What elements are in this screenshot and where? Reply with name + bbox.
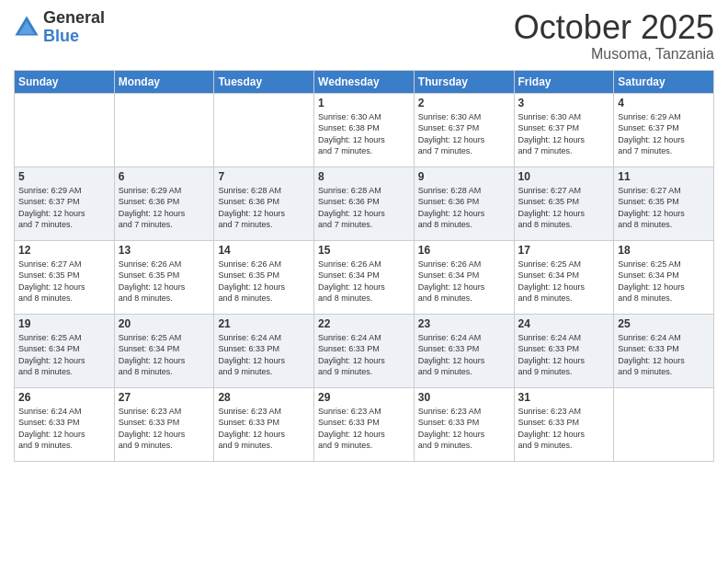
day-info: Sunrise: 6:26 AM Sunset: 6:34 PM Dayligh…	[318, 259, 410, 304]
calendar-cell: 24Sunrise: 6:24 AM Sunset: 6:33 PM Dayli…	[514, 314, 614, 387]
calendar-cell: 22Sunrise: 6:24 AM Sunset: 6:33 PM Dayli…	[314, 314, 415, 387]
calendar-cell: 15Sunrise: 6:26 AM Sunset: 6:34 PM Dayli…	[314, 240, 415, 314]
calendar-cell: 11Sunrise: 6:27 AM Sunset: 6:35 PM Dayli…	[614, 167, 714, 240]
col-friday: Friday	[514, 70, 614, 93]
day-number: 27	[119, 391, 210, 404]
day-number: 21	[218, 317, 310, 330]
calendar-cell: 1Sunrise: 6:30 AM Sunset: 6:38 PM Daylig…	[314, 93, 415, 167]
day-info: Sunrise: 6:25 AM Sunset: 6:34 PM Dayligh…	[18, 332, 110, 378]
calendar-cell: 8Sunrise: 6:28 AM Sunset: 6:36 PM Daylig…	[314, 167, 415, 240]
col-sunday: Sunday	[15, 70, 115, 93]
day-info: Sunrise: 6:24 AM Sunset: 6:33 PM Dayligh…	[618, 332, 710, 378]
day-number: 17	[518, 244, 610, 257]
calendar-cell: 29Sunrise: 6:23 AM Sunset: 6:33 PM Dayli…	[314, 387, 415, 461]
col-tuesday: Tuesday	[214, 70, 314, 93]
day-info: Sunrise: 6:28 AM Sunset: 6:36 PM Dayligh…	[318, 185, 410, 231]
day-number: 13	[119, 244, 210, 257]
day-number: 22	[318, 317, 410, 330]
day-info: Sunrise: 6:23 AM Sunset: 6:33 PM Dayligh…	[119, 406, 210, 452]
day-info: Sunrise: 6:30 AM Sunset: 6:38 PM Dayligh…	[318, 111, 410, 157]
day-info: Sunrise: 6:27 AM Sunset: 6:35 PM Dayligh…	[18, 259, 110, 304]
day-number: 1	[318, 97, 410, 109]
week-row-1: 1Sunrise: 6:30 AM Sunset: 6:38 PM Daylig…	[15, 93, 714, 167]
day-number: 19	[18, 317, 110, 330]
day-number: 23	[418, 317, 510, 330]
week-row-3: 12Sunrise: 6:27 AM Sunset: 6:35 PM Dayli…	[15, 240, 714, 314]
calendar-cell: 19Sunrise: 6:25 AM Sunset: 6:34 PM Dayli…	[15, 314, 115, 387]
logo-text: General Blue	[43, 9, 105, 46]
logo-general: General	[43, 9, 105, 28]
day-info: Sunrise: 6:29 AM Sunset: 6:36 PM Dayligh…	[119, 185, 210, 231]
calendar-cell: 21Sunrise: 6:24 AM Sunset: 6:33 PM Dayli…	[214, 314, 314, 387]
day-number: 9	[418, 170, 510, 183]
day-number: 14	[218, 244, 310, 257]
day-number: 7	[218, 170, 310, 183]
day-info: Sunrise: 6:26 AM Sunset: 6:35 PM Dayligh…	[218, 259, 310, 304]
calendar-cell: 27Sunrise: 6:23 AM Sunset: 6:33 PM Dayli…	[114, 387, 214, 461]
calendar-cell	[114, 93, 214, 167]
calendar-cell: 10Sunrise: 6:27 AM Sunset: 6:35 PM Dayli…	[514, 167, 614, 240]
day-info: Sunrise: 6:25 AM Sunset: 6:34 PM Dayligh…	[518, 259, 610, 304]
calendar-cell: 4Sunrise: 6:29 AM Sunset: 6:37 PM Daylig…	[614, 93, 714, 167]
day-number: 29	[318, 391, 410, 404]
day-info: Sunrise: 6:24 AM Sunset: 6:33 PM Dayligh…	[218, 332, 310, 378]
day-info: Sunrise: 6:24 AM Sunset: 6:33 PM Dayligh…	[418, 332, 510, 378]
col-wednesday: Wednesday	[314, 70, 415, 93]
day-number: 18	[618, 244, 710, 257]
calendar-table: Sunday Monday Tuesday Wednesday Thursday…	[14, 70, 714, 462]
location: Musoma, Tanzania	[514, 46, 714, 63]
day-info: Sunrise: 6:30 AM Sunset: 6:37 PM Dayligh…	[418, 111, 510, 157]
day-number: 11	[618, 170, 710, 183]
col-thursday: Thursday	[414, 70, 514, 93]
calendar-cell	[15, 93, 115, 167]
calendar-cell: 9Sunrise: 6:28 AM Sunset: 6:36 PM Daylig…	[414, 167, 514, 240]
week-row-2: 5Sunrise: 6:29 AM Sunset: 6:37 PM Daylig…	[15, 167, 714, 240]
day-info: Sunrise: 6:28 AM Sunset: 6:36 PM Dayligh…	[418, 185, 510, 231]
day-number: 25	[618, 317, 710, 330]
day-number: 15	[318, 244, 410, 257]
logo: General Blue	[14, 9, 105, 46]
day-info: Sunrise: 6:29 AM Sunset: 6:37 PM Dayligh…	[18, 185, 110, 231]
day-info: Sunrise: 6:23 AM Sunset: 6:33 PM Dayligh…	[218, 406, 310, 452]
day-info: Sunrise: 6:27 AM Sunset: 6:35 PM Dayligh…	[518, 185, 610, 231]
day-info: Sunrise: 6:24 AM Sunset: 6:33 PM Dayligh…	[18, 406, 110, 452]
day-number: 10	[518, 170, 610, 183]
col-monday: Monday	[114, 70, 214, 93]
day-number: 6	[119, 170, 210, 183]
col-saturday: Saturday	[614, 70, 714, 93]
calendar-cell: 14Sunrise: 6:26 AM Sunset: 6:35 PM Dayli…	[214, 240, 314, 314]
calendar-cell: 12Sunrise: 6:27 AM Sunset: 6:35 PM Dayli…	[15, 240, 115, 314]
day-number: 8	[318, 170, 410, 183]
title-block: October 2025 Musoma, Tanzania	[514, 9, 714, 63]
day-number: 12	[18, 244, 110, 257]
day-info: Sunrise: 6:24 AM Sunset: 6:33 PM Dayligh…	[518, 332, 610, 378]
day-info: Sunrise: 6:26 AM Sunset: 6:34 PM Dayligh…	[418, 259, 510, 304]
calendar-cell: 20Sunrise: 6:25 AM Sunset: 6:34 PM Dayli…	[114, 314, 214, 387]
header-row: Sunday Monday Tuesday Wednesday Thursday…	[15, 70, 714, 93]
day-number: 2	[418, 97, 510, 109]
day-info: Sunrise: 6:23 AM Sunset: 6:33 PM Dayligh…	[318, 406, 410, 452]
day-number: 31	[518, 391, 610, 404]
day-info: Sunrise: 6:24 AM Sunset: 6:33 PM Dayligh…	[318, 332, 410, 378]
day-number: 28	[218, 391, 310, 404]
calendar-cell: 31Sunrise: 6:23 AM Sunset: 6:33 PM Dayli…	[514, 387, 614, 461]
calendar-cell: 13Sunrise: 6:26 AM Sunset: 6:35 PM Dayli…	[114, 240, 214, 314]
page: General Blue October 2025 Musoma, Tanzan…	[0, 0, 728, 563]
day-number: 5	[18, 170, 110, 183]
calendar-cell	[214, 93, 314, 167]
day-info: Sunrise: 6:30 AM Sunset: 6:37 PM Dayligh…	[518, 111, 610, 157]
day-info: Sunrise: 6:27 AM Sunset: 6:35 PM Dayligh…	[618, 185, 710, 231]
day-number: 16	[418, 244, 510, 257]
logo-icon	[14, 15, 40, 40]
calendar-cell: 26Sunrise: 6:24 AM Sunset: 6:33 PM Dayli…	[15, 387, 115, 461]
day-number: 24	[518, 317, 610, 330]
calendar-cell	[614, 387, 714, 461]
header: General Blue October 2025 Musoma, Tanzan…	[14, 9, 714, 63]
calendar-cell: 16Sunrise: 6:26 AM Sunset: 6:34 PM Dayli…	[414, 240, 514, 314]
day-info: Sunrise: 6:25 AM Sunset: 6:34 PM Dayligh…	[618, 259, 710, 304]
week-row-5: 26Sunrise: 6:24 AM Sunset: 6:33 PM Dayli…	[15, 387, 714, 461]
calendar-cell: 3Sunrise: 6:30 AM Sunset: 6:37 PM Daylig…	[514, 93, 614, 167]
day-info: Sunrise: 6:23 AM Sunset: 6:33 PM Dayligh…	[418, 406, 510, 452]
calendar-cell: 30Sunrise: 6:23 AM Sunset: 6:33 PM Dayli…	[414, 387, 514, 461]
day-number: 20	[119, 317, 210, 330]
